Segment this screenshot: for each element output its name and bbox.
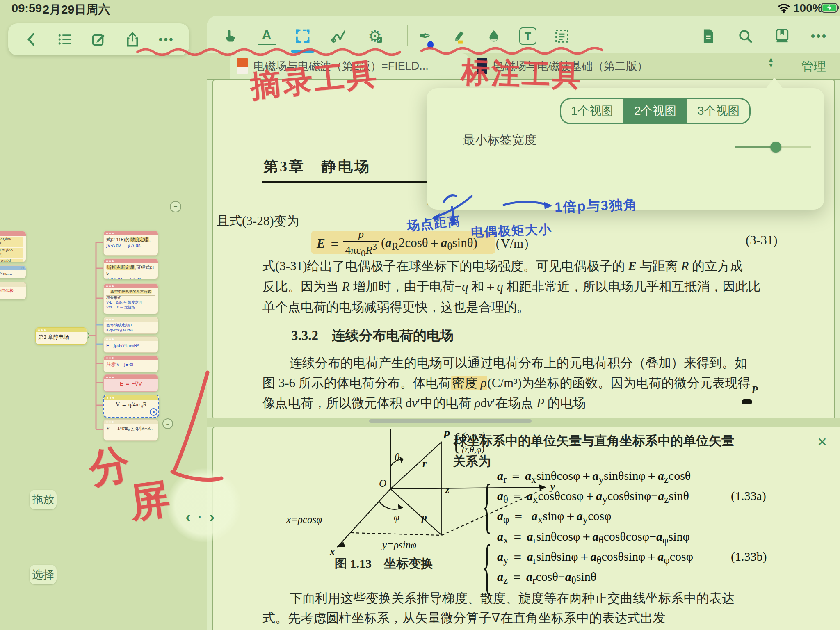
card-formula: V ＝ q/4πε₀R	[116, 402, 147, 408]
search-icon[interactable]	[736, 27, 754, 45]
auto-excerpt-gear-tool[interactable]: ⚙ ✓	[366, 27, 384, 45]
split-divider[interactable]	[207, 418, 840, 427]
close-split-button[interactable]: ✕	[817, 435, 827, 449]
more-ellipsis-icon[interactable]: •••	[810, 27, 828, 45]
page-dot: ·	[198, 511, 202, 523]
rect-select-tool-active[interactable]	[294, 27, 312, 45]
figure-1-13: θ r z O ρ φ x=ρcosφ y=ρsinφ x y P { (ρ,φ…	[259, 427, 563, 561]
next-page-chevron[interactable]: ›	[209, 508, 215, 526]
mindmap-card-potential-selected[interactable]: V ＝ q/4πε₀R	[103, 395, 159, 418]
card-title: 真空中静电学的基本公式	[110, 290, 152, 294]
card-subtitle: 积分形式	[106, 295, 155, 301]
select-mode-button[interactable]: 选择	[30, 565, 57, 584]
pdf-page-bottom[interactable]: ✕ 球坐标系中的单位矢量与直角坐标系中的单位矢量 关系为 { ar ＝ axsi…	[212, 427, 840, 630]
battery-icon	[821, 3, 839, 13]
eraser-tool[interactable]	[485, 27, 503, 45]
figure-caption: 图 1.13 坐标变换	[335, 555, 433, 572]
slider-thumb[interactable]	[770, 142, 781, 153]
red-note-annotate-tools: 标注工具	[460, 53, 583, 96]
mindmap-card-note[interactable]: 注意 V＝∫E·dl	[103, 355, 158, 372]
mindmap-card-ring-axis[interactable]: 圆环轴线电场 E＝a·q/4πε₀(a²+z²)	[103, 317, 158, 334]
svg-text:(r,θ,φ): (r,θ,φ)	[462, 444, 484, 454]
svg-text:(ρ,φ,z): (ρ,φ,z)	[462, 430, 485, 441]
card-formula: E ＝ −∇V	[120, 381, 142, 387]
card-formula: E＝∫ρdv′/4πε₀R²	[106, 343, 139, 348]
manage-button[interactable]: 管理	[801, 58, 826, 75]
card-formula: 圆环轴线电场 E＝a·q/4πε₀(a²+z²)	[106, 323, 137, 332]
app-root: 09:59 2月29日周六 100% A ⚙ ✓ ✒	[0, 0, 840, 630]
card-text: 式(2-115)的散度定理,	[106, 237, 155, 242]
svg-text:x=ρcosφ: x=ρcosφ	[286, 514, 322, 525]
pen-tool[interactable]: ✒	[416, 27, 434, 45]
mindmap-card-divergence[interactable]: 式(2-115)的散度定理, ∫∇·A dv ＝ ∮ A·ds	[103, 231, 158, 256]
prev-page-chevron[interactable]: ‹	[185, 508, 191, 526]
svg-text:{: {	[451, 428, 461, 455]
textbox-tool[interactable]: T	[519, 27, 536, 45]
annotate-toolbar: ✒ T	[416, 24, 605, 48]
highlighter-tool[interactable]	[450, 27, 468, 45]
red-note-split-char-2: 屏	[126, 472, 175, 531]
mindmap-card-gradient[interactable]: E ＝ −∇V	[103, 374, 158, 392]
svg-text:y: y	[549, 481, 555, 492]
text-underline-tool[interactable]: A	[258, 26, 276, 46]
figure-fragment-dot	[742, 399, 752, 404]
active-tool-underline	[291, 50, 314, 53]
min-label-width-label: 最小标签宽度	[463, 132, 536, 148]
paragraph-1-line-3: 单个点电荷的电场减弱得更快，这也是合理的。	[262, 299, 530, 316]
svg-text:ρ: ρ	[421, 511, 427, 523]
svg-text:y=ρsinφ: y=ρsinφ	[381, 539, 416, 550]
panel-collapse-icon-bottom[interactable]: −	[162, 418, 173, 429]
wifi-icon	[778, 3, 790, 13]
tab-sort-icon[interactable]: ▲▼	[768, 57, 774, 68]
min-label-width-slider[interactable]	[735, 142, 811, 152]
closing-line-1: 下面利用这些变换关系推导梯度、散度、旋度等在两种正交曲线坐标系中的表达	[290, 590, 735, 607]
paragraph-1-line-1: 式(3-31)给出了电偶极子在球坐标下的电场强度。可见电偶极子的 E 与距离 R…	[262, 258, 743, 275]
card-row: ∇×E＝0 ⇐ 无旋场	[106, 305, 155, 310]
toolbar-divider	[407, 25, 408, 46]
drag-mode-button[interactable]: 拖放	[30, 490, 57, 509]
text-select-tool[interactable]	[553, 27, 571, 45]
view-option-2-selected[interactable]: 2个视图	[623, 99, 686, 123]
blue-note-right: 1倍p与3独角	[554, 195, 638, 217]
closing-line-2: 式。先考虑圆柱坐标系，从矢量微分算子∇在直角坐标系中的表达式出发	[262, 609, 666, 627]
gear-check-badge: ✓	[377, 37, 382, 43]
section-title: 3.3.2 连续分布电荷的电场	[291, 326, 454, 345]
bookmark-icon[interactable]	[773, 27, 791, 45]
eq-133b-line-3: az ＝ arcosθ−aθsinθ	[497, 568, 596, 586]
view-option-3[interactable]: 3个视图	[686, 99, 749, 123]
card-formula: ∫∇×A·ds ＝ ∮ A·dl	[106, 276, 155, 279]
svg-text:z: z	[445, 484, 450, 495]
equation-number: (3-31)	[746, 233, 777, 248]
paragraph-2-line-1: 连续分布的电荷产生的电场可以通过电荷分布上的元电荷积分（叠加）来得到。如	[290, 354, 747, 372]
svg-text:P: P	[443, 429, 450, 441]
document-outline-icon[interactable]	[699, 27, 717, 45]
battery-percent: 100%	[793, 2, 823, 15]
paragraph-1-line-2: 反比。因为当 R 增加时，由于电荷−q 和＋q 相距非常近，所以电场几乎相互抵消…	[262, 278, 760, 295]
divider-scrollbar[interactable]	[369, 419, 532, 423]
mindmap-root-node[interactable]: 第3 章静电场	[35, 327, 87, 345]
page-nav-halo	[167, 468, 241, 542]
pen-color-dot	[427, 41, 434, 49]
lasso-excerpt-tool[interactable]	[330, 27, 348, 45]
book1-thumbnail	[237, 58, 248, 74]
lead-in-text: 且式(3-28)变为	[217, 212, 299, 230]
mindmap-card-basic-formulas[interactable]: 真空中静电学的基本公式 积分形式 ∇·E＝ρ/ε₀ ⇐ 散度定理 ∇×E＝0 ⇐…	[103, 283, 158, 314]
svg-text:x: x	[329, 546, 335, 557]
figure-fragment-p: P	[751, 384, 758, 396]
card-row: ∇·E＝ρ/ε₀ ⇐ 散度定理	[106, 300, 155, 305]
card-formula: ∫∇·A dv ＝ ∮ A·ds	[106, 242, 155, 248]
svg-text:O: O	[379, 478, 386, 489]
panel-collapse-icon-top[interactable]: −	[170, 201, 181, 212]
view-options-popup: 1个视图 2个视图 3个视图 最小标签宽度 电磁场与电磁波（第2…ELECTRO…	[427, 88, 824, 210]
card-note-label: 注意	[106, 362, 115, 367]
mindmap-card-stokes[interactable]: 斯托克斯定理,可得式(3-5 ∫∇×A·ds ＝ ∮ A·dl	[103, 258, 158, 279]
eq-133a-number: (1.33a)	[731, 489, 766, 503]
hand-pointer-tool[interactable]	[221, 27, 240, 45]
page-nav-control: ‹ · ›	[185, 508, 215, 526]
mindmap-card-integral-field[interactable]: E＝∫ρdv′/4πε₀R²	[103, 336, 158, 353]
view-option-1[interactable]: 1个视图	[561, 99, 623, 123]
blue-note-dipole-moment: 电偶极矩大小	[470, 221, 552, 241]
paragraph-2-line-2: 图 3-6 所示的体电荷分布。体电荷密度 ρ(C/m³)为坐标的函数。因为电荷的…	[262, 374, 751, 392]
mindmap-card-potential-sum[interactable]: V ＝ 1/4πε₀ ∑ qᵢ/|R−R′ᵢ|	[103, 419, 158, 441]
card-action-badge[interactable]	[150, 408, 158, 416]
